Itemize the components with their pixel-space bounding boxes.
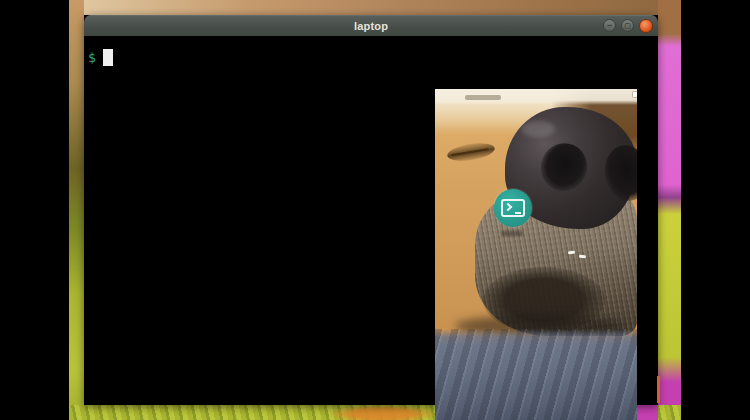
close-button[interactable] <box>639 19 653 33</box>
status-bar-text <box>465 95 501 100</box>
blue-fabric <box>435 329 637 420</box>
minimize-icon: − <box>607 21 612 30</box>
terminal-cursor <box>103 49 113 66</box>
wallpaper-magenta-patch <box>637 405 658 420</box>
desktop-screen: laptop − ▢ $ <box>0 0 750 420</box>
wallpaper-right-strip <box>658 0 681 420</box>
wallpaper-left-strip <box>69 0 84 420</box>
window-title: laptop <box>354 20 388 32</box>
wallpaper-top-strip <box>69 0 681 15</box>
status-icon <box>633 92 637 97</box>
window-controls: − ▢ <box>603 15 653 36</box>
maximize-icon: ▢ <box>624 21 631 30</box>
shell-prompt-line: $ <box>88 49 113 66</box>
phone-status-bar <box>435 89 637 105</box>
shell-prompt-symbol: $ <box>88 50 96 65</box>
app-icon-label <box>501 231 523 236</box>
wallpaper-orange-sliver <box>657 376 660 403</box>
terminal-glyph-icon <box>501 199 525 217</box>
dog-tooth <box>579 255 586 259</box>
dog-nose-shine <box>521 121 555 137</box>
wallpaper-orange-flower <box>330 405 435 420</box>
terminal-titlebar[interactable]: laptop − ▢ <box>84 15 658 37</box>
minimize-button[interactable]: − <box>603 19 616 32</box>
terminal-app-icon[interactable] <box>494 189 532 227</box>
phone-mirror-window[interactable] <box>435 89 637 420</box>
maximize-button[interactable]: ▢ <box>621 19 634 32</box>
